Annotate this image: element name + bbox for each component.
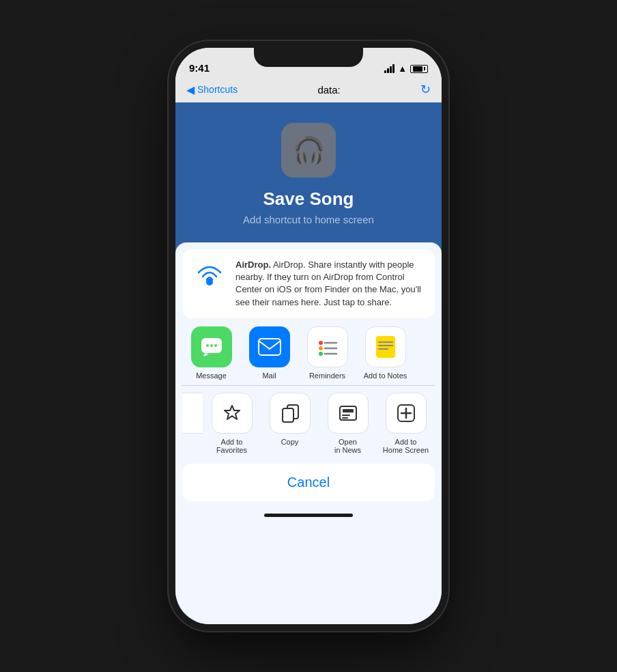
share-sheet: AirDrop. AirDrop. Share instantly with p… (175, 242, 442, 624)
airdrop-section[interactable]: AirDrop. AirDrop. Share instantly with p… (182, 249, 435, 318)
svg-point-10 (319, 352, 323, 356)
reminders-label: Reminders (309, 372, 345, 380)
headphone-icon: 🎧 (293, 135, 325, 165)
action-item-favorites[interactable]: Add toFavorites (203, 393, 261, 454)
action-item-partial (182, 393, 203, 454)
back-label: Shortcuts (197, 84, 238, 95)
url-display: data: (238, 84, 420, 96)
share-title: Save Song (263, 188, 354, 210)
app-item-notes[interactable]: Add to Notes (356, 326, 414, 380)
share-subtitle: Add shortcut to home screen (243, 214, 374, 225)
app-icon-container: 🎧 (281, 123, 336, 178)
airdrop-description: AirDrop. AirDrop. Share instantly with p… (235, 259, 424, 309)
svg-rect-19 (343, 409, 354, 412)
mail-icon (249, 326, 290, 367)
action-item-copy[interactable]: Copy (261, 393, 319, 454)
svg-point-4 (214, 344, 217, 347)
action-item-homescreen[interactable]: Add toHome Screen (377, 393, 435, 454)
favorites-icon (212, 393, 253, 434)
svg-point-3 (210, 344, 213, 347)
airdrop-icon (193, 260, 226, 296)
battery-icon (410, 65, 428, 73)
copy-label: Copy (281, 438, 299, 446)
favorites-label: Add toFavorites (216, 438, 247, 454)
reminders-icon (307, 326, 348, 367)
app-item-reminders[interactable]: Reminders (298, 326, 356, 380)
news-icon (328, 393, 369, 434)
cancel-section: Cancel (175, 460, 442, 508)
home-indicator (175, 508, 442, 525)
svg-rect-17 (283, 408, 293, 422)
notes-label: Add to Notes (364, 372, 407, 380)
svg-point-2 (206, 344, 209, 347)
share-background: 🎧 Save Song Add shortcut to home screen (175, 102, 442, 624)
actions-row: Add toFavorites Copy (175, 386, 442, 460)
cancel-button[interactable]: Cancel (182, 464, 435, 501)
home-bar (264, 514, 353, 517)
share-content-top: 🎧 Save Song Add shortcut to home screen (175, 102, 442, 242)
back-button[interactable]: ◀ Shortcuts (186, 83, 238, 96)
notes-icon (365, 326, 406, 367)
phone-frame: 9:41 ▲ ◀ Shortcuts data: ↻ (175, 48, 442, 624)
app-item-message[interactable]: Message (182, 326, 240, 380)
partial-icon (182, 393, 203, 434)
apps-row: Message Mail (175, 318, 442, 385)
copy-icon (270, 393, 311, 434)
signal-icon (384, 64, 394, 73)
svg-rect-12 (376, 336, 395, 358)
news-label: Openin News (334, 438, 361, 454)
status-time: 9:41 (189, 62, 210, 74)
homescreen-label: Add toHome Screen (383, 438, 429, 454)
refresh-button[interactable]: ↻ (420, 82, 431, 97)
notch (254, 48, 363, 67)
svg-point-6 (319, 341, 323, 345)
browser-bar: ◀ Shortcuts data: ↻ (175, 78, 442, 102)
status-icons: ▲ (384, 64, 428, 74)
svg-rect-5 (259, 339, 281, 355)
mail-label: Mail (262, 372, 276, 380)
message-label: Message (196, 372, 227, 380)
homescreen-icon (386, 393, 427, 434)
svg-point-8 (319, 346, 323, 350)
message-icon (191, 326, 232, 367)
app-item-mail[interactable]: Mail (240, 326, 298, 380)
wifi-icon: ▲ (398, 64, 407, 74)
back-arrow-icon: ◀ (186, 83, 195, 96)
action-item-news[interactable]: Openin News (319, 393, 377, 454)
